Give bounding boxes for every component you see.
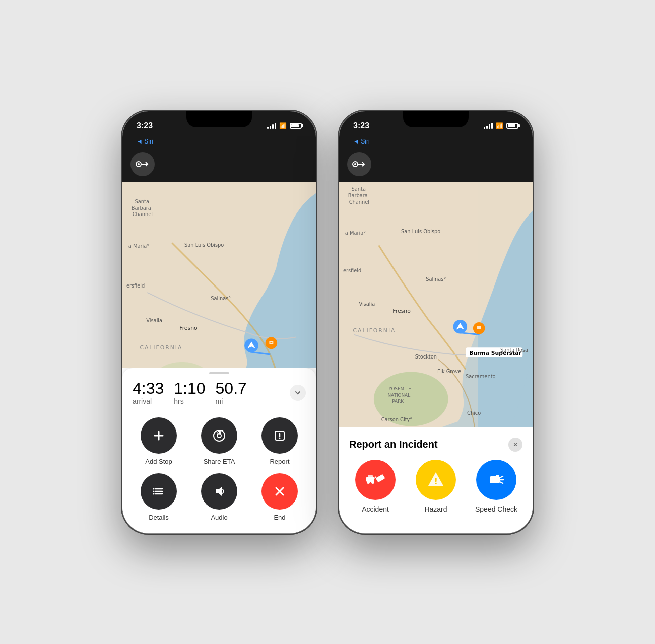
status-icons-2: 📶	[484, 122, 518, 129]
bottom-panel-1: 4:33 arrival 1:10 hrs 50.7 mi	[122, 368, 316, 533]
plus-icon	[152, 428, 166, 443]
hazard-button[interactable]: !	[416, 460, 456, 500]
svg-text:CALIFORNIA: CALIFORNIA	[353, 327, 396, 333]
siri-bar-2: ◄ Siri	[339, 136, 533, 148]
end-button[interactable]	[261, 473, 298, 510]
action-add-stop: Add Stop	[133, 417, 185, 465]
svg-text:Santa: Santa	[352, 186, 366, 192]
hazard-icon: !	[424, 468, 447, 491]
details-icon	[152, 484, 166, 498]
incident-speed-check: Speed Check	[470, 460, 522, 513]
close-button[interactable]: ×	[508, 438, 522, 452]
svg-text:NATIONAL: NATIONAL	[387, 392, 410, 397]
hazard-label: Hazard	[424, 505, 447, 513]
report-icon	[273, 428, 287, 443]
svg-text:a Maria°: a Maria°	[345, 230, 366, 235]
close-icon: ×	[513, 441, 517, 448]
speed-check-label: Speed Check	[475, 505, 517, 513]
svg-rect-54	[477, 326, 481, 329]
svg-point-39	[153, 488, 155, 489]
signal-bar-3	[272, 124, 274, 129]
details-label: Details	[149, 514, 169, 521]
eta-chevron[interactable]	[290, 385, 306, 401]
battery-fill-1	[291, 124, 299, 127]
status-time-1: 3:23	[137, 121, 153, 130]
svg-text:PARK: PARK	[392, 399, 404, 404]
battery-icon-2	[506, 123, 518, 129]
signal-bar-1	[267, 127, 269, 129]
svg-line-83	[375, 476, 375, 479]
share-eta-label: Share ETA	[204, 458, 235, 465]
action-details: Details	[133, 473, 185, 521]
screen-2: 3:23 📶	[339, 111, 533, 533]
svg-text:Stockton: Stockton	[415, 353, 437, 359]
nav-header-2	[339, 148, 533, 182]
details-button[interactable]	[141, 473, 177, 510]
nav-arrow-icon-2	[352, 159, 366, 169]
eta-arrival-label: arrival	[133, 397, 164, 405]
svg-text:Sacramento: Sacramento	[466, 374, 495, 379]
action-share-eta: Share ETA	[193, 417, 245, 465]
map-svg-2: Burma Superstar Santa Barbara Channel a …	[339, 182, 533, 427]
svg-text:Salinas°: Salinas°	[211, 295, 231, 301]
svg-text:Visalia: Visalia	[359, 301, 375, 307]
wifi-icon-1: 📶	[279, 122, 287, 129]
accident-label: Accident	[362, 505, 389, 513]
action-report: Report	[253, 417, 306, 465]
nav-arrow-icon-1	[136, 159, 150, 169]
notch-1	[186, 111, 252, 127]
signal-bar-5	[484, 127, 485, 129]
incident-accident: Accident	[349, 460, 402, 513]
report-title: Report an Incident	[349, 439, 438, 450]
svg-text:CALIFORNIA: CALIFORNIA	[140, 344, 182, 351]
svg-text:a Maria°: a Maria°	[128, 243, 149, 249]
share-eta-icon	[212, 428, 226, 443]
accident-button[interactable]	[355, 460, 396, 500]
signal-bars-2	[484, 123, 493, 129]
report-button[interactable]	[261, 417, 298, 454]
battery-icon-1	[290, 123, 302, 129]
svg-text:Channel: Channel	[349, 199, 369, 204]
nav-button-1[interactable]	[130, 152, 155, 176]
speed-check-button[interactable]	[476, 460, 516, 500]
svg-text:ersfield: ersfield	[343, 268, 361, 273]
wifi-icon-2: 📶	[496, 122, 503, 129]
signal-bar-4	[275, 123, 276, 129]
svg-text:Barbara: Barbara	[132, 205, 151, 210]
accident-icon	[364, 468, 387, 491]
incident-grid: Accident ! Hazard	[339, 460, 533, 521]
map-svg-1: Burma Superstar Santa Barbara Channel a …	[122, 182, 316, 368]
report-panel: Report an Incident ×	[339, 427, 533, 533]
svg-text:Visalia: Visalia	[146, 318, 162, 323]
svg-line-90	[500, 482, 503, 483]
add-stop-button[interactable]	[141, 417, 177, 454]
report-header: Report an Incident ×	[339, 427, 533, 460]
battery-fill-2	[508, 124, 515, 127]
audio-label: Audio	[211, 514, 227, 521]
svg-rect-87	[496, 475, 499, 478]
svg-text:Barbara: Barbara	[348, 192, 368, 198]
map-area-1: Burma Superstar Santa Barbara Channel a …	[122, 182, 316, 368]
eta-arrival: 4:33 arrival	[133, 380, 164, 405]
svg-text:ersfield: ersfield	[126, 283, 145, 289]
eta-distance-value: 50.7	[216, 380, 247, 396]
speed-check-icon	[485, 468, 508, 491]
phone-2: 3:23 📶	[338, 110, 534, 535]
add-stop-label: Add Stop	[145, 458, 172, 465]
svg-point-1	[138, 163, 140, 165]
siri-label-1: ◄ Siri	[137, 138, 153, 145]
share-eta-button[interactable]	[201, 417, 237, 454]
status-icons-1: 📶	[267, 122, 302, 129]
audio-button[interactable]	[201, 473, 237, 510]
eta-duration-label: hrs	[174, 397, 205, 405]
nav-button-2[interactable]	[347, 152, 371, 176]
svg-rect-81	[376, 474, 385, 482]
action-audio: Audio	[193, 473, 245, 521]
screen-1: 3:23 📶	[122, 111, 316, 533]
svg-text:Santa Rosa: Santa Rosa	[286, 367, 314, 368]
svg-text:Fresno: Fresno	[392, 308, 411, 314]
svg-text:Salinas°: Salinas°	[426, 276, 446, 282]
action-end: End	[253, 473, 306, 521]
svg-text:Chico: Chico	[467, 410, 481, 416]
end-icon	[273, 484, 287, 498]
